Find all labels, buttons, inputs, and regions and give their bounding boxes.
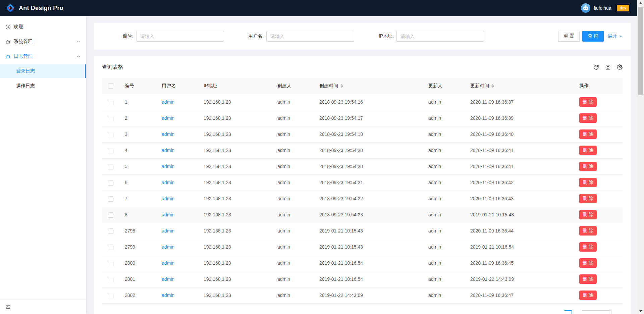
reload-icon[interactable] <box>593 64 599 70</box>
sidebar-item-label: 登录日志 <box>16 68 35 74</box>
ip-input[interactable] <box>396 31 484 42</box>
sidebar-item-login-log[interactable]: 登录日志 <box>0 64 86 78</box>
table-row: 6 admin 192.168.1.23 admin 2018-09-23 19… <box>102 174 623 191</box>
column-header-creator: 创建人 <box>272 78 314 94</box>
cell-id: 7 <box>119 191 156 207</box>
cell-id: 2 <box>119 110 156 126</box>
row-checkbox[interactable] <box>108 228 113 234</box>
delete-button[interactable]: 删 除 <box>579 291 597 300</box>
scrollbar-down-button[interactable] <box>637 308 644 314</box>
row-checkbox[interactable] <box>108 132 113 137</box>
username-link[interactable]: admin <box>162 260 174 266</box>
sidebar-item-welcome[interactable]: 欢迎 <box>0 20 86 34</box>
username-link[interactable]: admin <box>162 293 174 298</box>
sidebar-collapse-trigger[interactable] <box>0 300 86 314</box>
field-id-label: 编号: <box>102 33 136 39</box>
username-link[interactable]: admin <box>162 196 174 201</box>
select-all-checkbox[interactable] <box>108 83 113 89</box>
cell-username: admin <box>156 110 198 126</box>
cell-updater: admin <box>423 158 465 174</box>
delete-button[interactable]: 删 除 <box>579 194 597 203</box>
cell-ip: 192.168.1.23 <box>198 287 272 303</box>
username-link[interactable]: admin <box>162 164 174 169</box>
username-link[interactable]: admin <box>162 276 174 282</box>
row-checkbox[interactable] <box>108 180 113 186</box>
username-link[interactable]: admin <box>162 180 174 185</box>
app-root: Ant Design Pro liufeihua dev <box>0 0 637 314</box>
avatar[interactable] <box>581 3 590 13</box>
row-checkbox[interactable] <box>108 212 113 218</box>
cell-id: 2798 <box>119 223 156 239</box>
delete-button[interactable]: 删 除 <box>579 258 597 268</box>
page-size-select[interactable] <box>582 310 611 314</box>
user-name[interactable]: liufeihua <box>594 5 611 11</box>
delete-button[interactable]: 删 除 <box>579 210 597 219</box>
query-button[interactable]: 查 询 <box>582 31 604 42</box>
username-input[interactable] <box>266 31 354 42</box>
cell-id: 2800 <box>119 255 156 271</box>
row-checkbox[interactable] <box>108 293 113 298</box>
username-link[interactable]: admin <box>162 132 174 137</box>
username-link[interactable]: admin <box>162 212 174 217</box>
cell-ip: 192.168.1.23 <box>198 126 272 142</box>
scrollbar-up-button[interactable] <box>637 0 644 6</box>
username-link[interactable]: admin <box>162 148 174 153</box>
delete-button[interactable]: 删 除 <box>579 178 597 187</box>
cell-updated-at: 2020-11-09 16:36:43 <box>465 191 574 207</box>
delete-button[interactable]: 删 除 <box>579 242 597 252</box>
sidebar-item-operation-log[interactable]: 操作日志 <box>0 79 86 93</box>
delete-button[interactable]: 删 除 <box>579 162 597 171</box>
scrollbar-thumb[interactable] <box>638 7 643 95</box>
expand-label: 展开 <box>608 33 617 39</box>
expand-toggle[interactable]: 展开 <box>608 33 623 39</box>
sorter-icon <box>340 84 343 88</box>
row-checkbox[interactable] <box>108 100 113 105</box>
cell-creator: admin <box>272 239 314 255</box>
delete-button[interactable]: 删 除 <box>579 129 597 139</box>
row-checkbox[interactable] <box>108 164 113 169</box>
username-link[interactable]: admin <box>162 115 174 121</box>
sidebar-item-log-management[interactable]: 日志管理 <box>0 50 86 63</box>
cell-ip: 192.168.1.23 <box>198 223 272 239</box>
setting-icon[interactable] <box>617 64 623 70</box>
cell-username: admin <box>156 126 198 142</box>
row-checkbox[interactable] <box>108 261 113 266</box>
cell-id: 3 <box>119 126 156 142</box>
delete-button[interactable]: 删 除 <box>579 113 597 123</box>
username-link[interactable]: admin <box>162 99 174 105</box>
table-row: 2800 admin 192.168.1.23 admin 2019-01-21… <box>102 255 623 271</box>
pagination <box>102 310 623 314</box>
user-area[interactable]: liufeihua dev <box>581 3 629 13</box>
id-input[interactable] <box>136 31 224 42</box>
cell-updated-at: 2019-01-21 10:16:54 <box>465 239 574 255</box>
username-link[interactable]: admin <box>162 228 174 233</box>
row-checkbox[interactable] <box>108 245 113 250</box>
cell-id: 8 <box>119 207 156 223</box>
pagination-current-page-button[interactable] <box>564 310 572 314</box>
reset-button[interactable]: 重 置 <box>558 31 580 42</box>
row-checkbox[interactable] <box>108 148 113 153</box>
form-actions: 重 置 查 询 展开 <box>558 31 623 42</box>
cell-username: admin <box>156 207 198 223</box>
cell-updater: admin <box>423 207 465 223</box>
column-header-created-at[interactable]: 创建时间 <box>314 78 423 94</box>
column-header-updated-at[interactable]: 更新时间 <box>465 78 574 94</box>
table-row: 2798 admin 192.168.1.23 admin 2019-01-21… <box>102 223 623 239</box>
main-content: 编号: 用户名: IP地址: 重 置 查 询 <box>86 16 637 314</box>
delete-button[interactable]: 删 除 <box>579 274 597 284</box>
row-checkbox[interactable] <box>108 196 113 202</box>
cell-creator: admin <box>272 110 314 126</box>
row-checkbox[interactable] <box>108 116 113 121</box>
delete-button[interactable]: 删 除 <box>579 226 597 235</box>
cell-created-at: 2018-09-23 19:54:22 <box>314 191 423 207</box>
logo-area: Ant Design Pro <box>5 3 63 13</box>
table-row: 8 admin 192.168.1.23 admin 2018-09-23 19… <box>102 207 623 223</box>
delete-button[interactable]: 删 除 <box>579 146 597 155</box>
username-link[interactable]: admin <box>162 244 174 250</box>
cell-username: admin <box>156 142 198 158</box>
row-checkbox[interactable] <box>108 277 113 282</box>
delete-button[interactable]: 删 除 <box>579 97 597 107</box>
sidebar-item-system-management[interactable]: 系统管理 <box>0 35 86 48</box>
cell-created-at: 2018-09-23 19:54:17 <box>314 110 423 126</box>
column-height-icon[interactable] <box>605 64 611 70</box>
